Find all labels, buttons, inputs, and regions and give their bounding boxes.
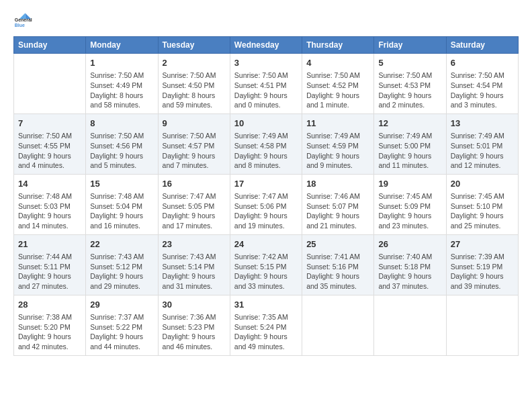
day-number: 7 bbox=[18, 118, 81, 130]
cell-content: Sunrise: 7:50 AMSunset: 4:54 PMDaylight:… bbox=[451, 71, 514, 110]
calendar-cell bbox=[374, 295, 446, 355]
day-number: 28 bbox=[18, 299, 81, 311]
day-number: 2 bbox=[163, 57, 226, 69]
cell-content: Sunrise: 7:40 AMSunset: 5:18 PMDaylight:… bbox=[378, 252, 441, 291]
cell-content: Sunrise: 7:45 AMSunset: 5:10 PMDaylight:… bbox=[451, 191, 514, 231]
cell-content: Sunrise: 7:49 AMSunset: 4:58 PMDaylight:… bbox=[234, 131, 298, 171]
day-number: 12 bbox=[378, 118, 441, 130]
calendar-cell: 6Sunrise: 7:50 AMSunset: 4:54 PMDaylight… bbox=[446, 54, 518, 114]
calendar-cell: 14Sunrise: 7:48 AMSunset: 5:03 PMDayligh… bbox=[14, 174, 86, 234]
cell-content: Sunrise: 7:45 AMSunset: 5:09 PMDaylight:… bbox=[378, 191, 441, 231]
calendar-cell: 3Sunrise: 7:50 AMSunset: 4:51 PMDaylight… bbox=[230, 54, 302, 114]
day-number: 23 bbox=[163, 238, 226, 250]
day-number: 24 bbox=[234, 238, 298, 250]
cell-content: Sunrise: 7:47 AMSunset: 5:06 PMDaylight:… bbox=[234, 191, 298, 231]
calendar-cell: 22Sunrise: 7:43 AMSunset: 5:12 PMDayligh… bbox=[86, 234, 158, 295]
cell-content: Sunrise: 7:50 AMSunset: 4:51 PMDaylight:… bbox=[234, 71, 298, 110]
cell-content: Sunrise: 7:50 AMSunset: 4:56 PMDaylight:… bbox=[90, 131, 153, 171]
day-number: 21 bbox=[18, 238, 81, 250]
calendar-cell: 23Sunrise: 7:43 AMSunset: 5:14 PMDayligh… bbox=[158, 234, 230, 295]
cell-content: Sunrise: 7:50 AMSunset: 4:50 PMDaylight:… bbox=[163, 71, 226, 110]
day-header-monday: Monday bbox=[86, 37, 158, 54]
cell-content: Sunrise: 7:47 AMSunset: 5:05 PMDaylight:… bbox=[163, 191, 226, 231]
day-number: 3 bbox=[234, 57, 298, 69]
calendar-cell: 9Sunrise: 7:50 AMSunset: 4:57 PMDaylight… bbox=[158, 113, 230, 174]
cell-content: Sunrise: 7:49 AMSunset: 5:01 PMDaylight:… bbox=[451, 131, 514, 171]
day-number: 11 bbox=[306, 118, 369, 130]
calendar-cell: 7Sunrise: 7:50 AMSunset: 4:55 PMDaylight… bbox=[14, 113, 86, 174]
cell-content: Sunrise: 7:43 AMSunset: 5:12 PMDaylight:… bbox=[90, 252, 153, 291]
day-header-friday: Friday bbox=[374, 37, 446, 54]
calendar-cell: 17Sunrise: 7:47 AMSunset: 5:06 PMDayligh… bbox=[230, 174, 302, 234]
day-number: 16 bbox=[163, 178, 226, 190]
page-container: General Blue SundayMondayTuesdayWednesda… bbox=[0, 0, 532, 363]
day-number: 29 bbox=[90, 299, 153, 311]
day-header-wednesday: Wednesday bbox=[230, 37, 302, 54]
calendar-cell: 24Sunrise: 7:42 AMSunset: 5:15 PMDayligh… bbox=[230, 234, 302, 295]
day-number: 26 bbox=[378, 238, 441, 250]
calendar-cell: 30Sunrise: 7:36 AMSunset: 5:23 PMDayligh… bbox=[158, 295, 230, 355]
calendar-cell: 29Sunrise: 7:37 AMSunset: 5:22 PMDayligh… bbox=[86, 295, 158, 355]
day-number: 13 bbox=[451, 118, 514, 130]
day-number: 19 bbox=[378, 178, 441, 190]
cell-content: Sunrise: 7:49 AMSunset: 4:59 PMDaylight:… bbox=[306, 131, 369, 171]
day-number: 18 bbox=[306, 178, 369, 190]
cell-content: Sunrise: 7:39 AMSunset: 5:19 PMDaylight:… bbox=[451, 252, 514, 291]
calendar-cell: 20Sunrise: 7:45 AMSunset: 5:10 PMDayligh… bbox=[446, 174, 518, 234]
cell-content: Sunrise: 7:42 AMSunset: 5:15 PMDaylight:… bbox=[234, 252, 298, 291]
day-number: 25 bbox=[306, 238, 369, 250]
cell-content: Sunrise: 7:48 AMSunset: 5:04 PMDaylight:… bbox=[90, 191, 153, 231]
calendar-cell: 19Sunrise: 7:45 AMSunset: 5:09 PMDayligh… bbox=[374, 174, 446, 234]
day-header-thursday: Thursday bbox=[302, 37, 374, 54]
cell-content: Sunrise: 7:35 AMSunset: 5:24 PMDaylight:… bbox=[234, 312, 298, 352]
calendar-cell: 12Sunrise: 7:49 AMSunset: 5:00 PMDayligh… bbox=[374, 113, 446, 174]
day-header-tuesday: Tuesday bbox=[158, 37, 230, 54]
day-number: 15 bbox=[90, 178, 153, 190]
cell-content: Sunrise: 7:46 AMSunset: 5:07 PMDaylight:… bbox=[306, 191, 369, 231]
calendar-cell: 25Sunrise: 7:41 AMSunset: 5:16 PMDayligh… bbox=[302, 234, 374, 295]
cell-content: Sunrise: 7:50 AMSunset: 4:57 PMDaylight:… bbox=[163, 131, 226, 171]
week-row-4: 21Sunrise: 7:44 AMSunset: 5:11 PMDayligh… bbox=[14, 234, 519, 295]
day-number: 20 bbox=[451, 178, 514, 190]
header: General Blue bbox=[13, 11, 519, 30]
calendar-cell bbox=[14, 54, 86, 114]
logo: General Blue bbox=[13, 11, 32, 30]
day-number: 5 bbox=[378, 57, 441, 69]
calendar-cell: 10Sunrise: 7:49 AMSunset: 4:58 PMDayligh… bbox=[230, 113, 302, 174]
day-number: 4 bbox=[306, 57, 369, 69]
day-number: 27 bbox=[451, 238, 514, 250]
cell-content: Sunrise: 7:36 AMSunset: 5:23 PMDaylight:… bbox=[163, 312, 226, 352]
cell-content: Sunrise: 7:50 AMSunset: 4:52 PMDaylight:… bbox=[306, 71, 369, 110]
svg-text:General: General bbox=[15, 17, 32, 22]
day-number: 10 bbox=[234, 118, 298, 130]
cell-content: Sunrise: 7:49 AMSunset: 5:00 PMDaylight:… bbox=[378, 131, 441, 171]
day-number: 30 bbox=[163, 299, 226, 311]
week-row-2: 7Sunrise: 7:50 AMSunset: 4:55 PMDaylight… bbox=[14, 113, 519, 174]
cell-content: Sunrise: 7:37 AMSunset: 5:22 PMDaylight:… bbox=[90, 312, 153, 352]
calendar-cell: 26Sunrise: 7:40 AMSunset: 5:18 PMDayligh… bbox=[374, 234, 446, 295]
day-number: 31 bbox=[234, 299, 298, 311]
calendar-cell: 13Sunrise: 7:49 AMSunset: 5:01 PMDayligh… bbox=[446, 113, 518, 174]
day-number: 14 bbox=[18, 178, 81, 190]
calendar-cell: 27Sunrise: 7:39 AMSunset: 5:19 PMDayligh… bbox=[446, 234, 518, 295]
calendar-table: SundayMondayTuesdayWednesdayThursdayFrid… bbox=[13, 36, 519, 356]
day-number: 6 bbox=[451, 57, 514, 69]
day-number: 1 bbox=[90, 57, 153, 69]
cell-content: Sunrise: 7:41 AMSunset: 5:16 PMDaylight:… bbox=[306, 252, 369, 291]
calendar-cell: 18Sunrise: 7:46 AMSunset: 5:07 PMDayligh… bbox=[302, 174, 374, 234]
calendar-cell: 5Sunrise: 7:50 AMSunset: 4:53 PMDaylight… bbox=[374, 54, 446, 114]
calendar-cell: 15Sunrise: 7:48 AMSunset: 5:04 PMDayligh… bbox=[86, 174, 158, 234]
cell-content: Sunrise: 7:43 AMSunset: 5:14 PMDaylight:… bbox=[163, 252, 226, 291]
calendar-cell: 2Sunrise: 7:50 AMSunset: 4:50 PMDaylight… bbox=[158, 54, 230, 114]
cell-content: Sunrise: 7:50 AMSunset: 4:49 PMDaylight:… bbox=[90, 71, 153, 110]
week-row-5: 28Sunrise: 7:38 AMSunset: 5:20 PMDayligh… bbox=[14, 295, 519, 355]
calendar-cell: 16Sunrise: 7:47 AMSunset: 5:05 PMDayligh… bbox=[158, 174, 230, 234]
week-row-3: 14Sunrise: 7:48 AMSunset: 5:03 PMDayligh… bbox=[14, 174, 519, 234]
calendar-cell: 21Sunrise: 7:44 AMSunset: 5:11 PMDayligh… bbox=[14, 234, 86, 295]
cell-content: Sunrise: 7:38 AMSunset: 5:20 PMDaylight:… bbox=[18, 312, 81, 352]
cell-content: Sunrise: 7:50 AMSunset: 4:53 PMDaylight:… bbox=[378, 71, 441, 110]
calendar-cell: 28Sunrise: 7:38 AMSunset: 5:20 PMDayligh… bbox=[14, 295, 86, 355]
header-row: SundayMondayTuesdayWednesdayThursdayFrid… bbox=[14, 37, 519, 54]
calendar-cell: 4Sunrise: 7:50 AMSunset: 4:52 PMDaylight… bbox=[302, 54, 374, 114]
day-header-sunday: Sunday bbox=[14, 37, 86, 54]
